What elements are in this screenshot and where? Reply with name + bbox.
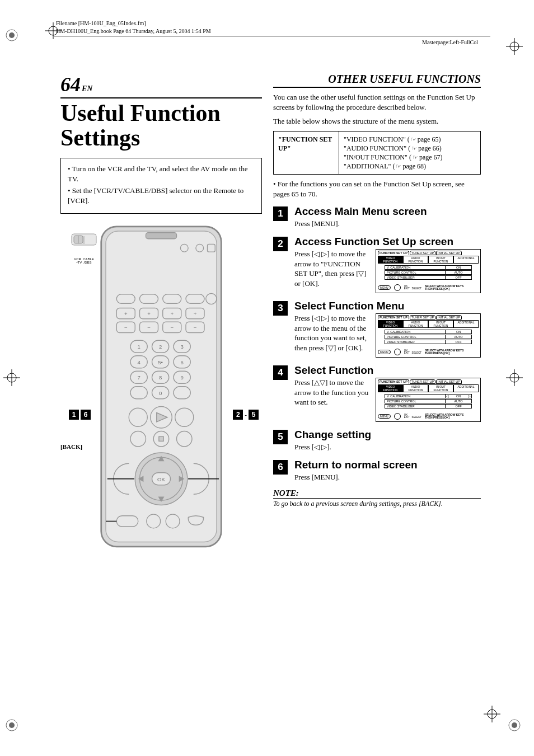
osd-sub-tab: IN/OUT FUNCTION	[428, 320, 453, 328]
step-title: Select Function Menu	[294, 300, 481, 312]
pointer-icon: ☞	[413, 153, 418, 162]
svg-text:2: 2	[159, 344, 162, 350]
callout-back: [BACK]	[60, 443, 82, 450]
pointer-icon: ☞	[396, 162, 401, 171]
crop-mark-icon	[3, 27, 20, 44]
callout-badge: 1	[69, 410, 79, 420]
crop-mark-icon	[506, 369, 523, 386]
step-number-badge: 5	[273, 430, 288, 444]
selector-switch-icon: VCR CABLE •TV /DBS	[71, 231, 97, 264]
svg-text:3: 3	[180, 344, 183, 350]
menu-structure-table: "FUNCTION SET UP" "VIDEO FUNCTION" (☞pag…	[273, 131, 481, 175]
page-number-value: 64	[60, 73, 81, 96]
step-number-badge: 6	[273, 460, 288, 475]
osd-row: V. CALIBRATIONON	[385, 394, 472, 398]
svg-text:7: 7	[137, 375, 140, 381]
osd-row: PICTURE CONTROLAUTO	[385, 335, 472, 339]
remote-icon: OK	[100, 225, 223, 548]
step-number-badge: 4	[273, 365, 288, 380]
intro-text: The table below shows the structure of t…	[273, 116, 481, 126]
preconditions-box: Turn on the VCR and the TV, and select t…	[60, 158, 262, 214]
osd-wheel-icon	[394, 284, 401, 291]
pointer-icon: ☞	[411, 144, 417, 153]
osd-menu-pill: MENU	[378, 414, 391, 419]
svg-text:OK: OK	[157, 476, 165, 482]
note-body: To go back to a previous screen during s…	[273, 500, 481, 508]
crop-mark-icon	[484, 706, 500, 722]
svg-rect-23	[146, 233, 177, 239]
osd-sub-tab: VIDEO FUNCTION	[378, 256, 403, 264]
osd-sub-tab: ADDITIONAL	[453, 256, 479, 264]
osd-sub-tab: AUDIO FUNCTION	[403, 384, 428, 392]
step-text: Press [◁ ▷] to move the arrow to the men…	[294, 313, 370, 353]
svg-point-12	[9, 722, 15, 728]
header-bookline: HM-DH100U_Eng.book Page 64 Thursday, Aug…	[56, 28, 211, 34]
osd-row: VIDEO STABILIZEROFF	[385, 275, 472, 280]
table-note: For the functions you can set on the Fun…	[273, 179, 481, 199]
precondition-item: Turn on the VCR and the TV, and select t…	[68, 164, 255, 184]
osd-screenshot: FUNCTION SET UPTUNER SET UPINITIAL SET U…	[376, 313, 481, 358]
osd-top-tab: INITIAL SET UP	[436, 379, 462, 384]
osd-top-tab: INITIAL SET UP	[436, 315, 462, 320]
osd-row: V. CALIBRATIONON	[385, 330, 472, 334]
step-text: Press [MENU].	[294, 472, 481, 482]
osd-screenshot: FUNCTION SET UPTUNER SET UPINITIAL SET U…	[376, 378, 481, 422]
step-number-badge: 1	[273, 206, 288, 221]
step: 4 Select Function Press [△▽] to move the…	[273, 364, 481, 422]
svg-text:+: +	[124, 311, 128, 317]
step-number-badge: 3	[273, 301, 288, 316]
step-title: Access Main Menu screen	[294, 205, 481, 218]
crop-mark-icon	[3, 369, 20, 386]
header-rule	[54, 36, 490, 36]
step-text: Press [◁ ▷] to move the arrow to "FUNCTI…	[294, 249, 370, 288]
osd-sub-tab: ADDITIONAL	[453, 384, 479, 392]
svg-text:4: 4	[137, 359, 140, 365]
osd-sub-tab: AUDIO FUNCTION	[403, 320, 428, 328]
step-text: Press [△▽] to move the arrow to the func…	[294, 378, 370, 407]
osd-row: PICTURE CONTROLAUTO	[385, 270, 472, 275]
svg-text:0: 0	[159, 390, 162, 396]
step-title: Return to normal screen	[294, 459, 481, 471]
note-heading: NOTE:	[273, 489, 481, 499]
osd-sub-tab: AUDIO FUNCTION	[403, 256, 428, 264]
svg-text:−: −	[147, 325, 151, 331]
callout-nav-left: 1 6	[69, 410, 91, 420]
pointer-icon: ☞	[411, 135, 416, 144]
svg-text:5•: 5•	[158, 359, 163, 365]
svg-text:−: −	[194, 325, 197, 331]
step: 3 Select Function Menu Press [◁ ▷] to mo…	[273, 300, 481, 358]
page-number: 64EN	[60, 73, 92, 96]
svg-rect-59	[159, 437, 163, 442]
intro-text: You can use the other useful function se…	[273, 92, 481, 112]
step: 6 Return to normal screen Press [MENU].	[273, 459, 481, 482]
step: 1 Access Main Menu screen Press [MENU].	[273, 205, 481, 229]
svg-text:6: 6	[180, 359, 183, 365]
step-title: Select Function	[294, 364, 481, 377]
step: 5 Change setting Press [◁ ▷].	[273, 429, 481, 452]
switch-label-tv: •TV	[76, 261, 82, 264]
osd-menu-pill: MENU	[378, 350, 391, 354]
menu-structure-left: "FUNCTION SET UP"	[274, 132, 339, 175]
osd-top-tab: TUNER SET UP	[410, 251, 435, 255]
callout-dash: -	[245, 411, 247, 418]
svg-text:8: 8	[159, 375, 162, 381]
callout-badge: 6	[81, 410, 91, 420]
svg-text:−: −	[124, 325, 128, 331]
osd-top-tab: FUNCTION SET UP	[378, 379, 409, 384]
main-heading: Useful Function Settings	[60, 101, 262, 150]
osd-wheel-icon	[394, 413, 401, 420]
step-number-badge: 2	[273, 237, 288, 251]
osd-menu-pill: MENU	[378, 285, 391, 290]
step-title: Access Function Set Up screen	[294, 236, 481, 248]
callout-badge: 2	[233, 410, 243, 420]
svg-point-1	[9, 32, 15, 38]
callout-badge: 5	[249, 410, 259, 420]
step: 2 Access Function Set Up screen Press [◁…	[273, 236, 481, 293]
osd-top-tab: FUNCTION SET UP	[378, 315, 409, 320]
page-number-suffix: EN	[82, 84, 92, 93]
osd-top-tab: INITIAL SET UP	[436, 251, 462, 255]
step-text: Press [MENU].	[294, 219, 481, 229]
menu-structure-right: "VIDEO FUNCTION" (☞page 65) "AUDIO FUNCT…	[339, 132, 480, 175]
svg-point-14	[512, 722, 517, 728]
osd-row: PICTURE CONTROLAUTO	[385, 399, 472, 403]
